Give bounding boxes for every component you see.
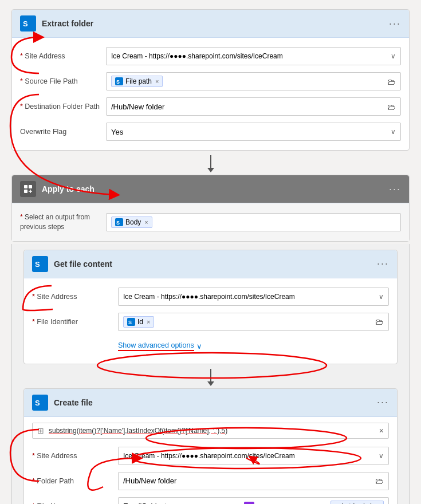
chevron-down-icon-1: ∨ [391, 52, 396, 60]
svg-text:S: S [116, 220, 120, 225]
site-address-label-3: * Site Address [32, 452, 118, 460]
overwrite-flag-text: Yes [111, 128, 123, 136]
select-output-label: * Select an output from previous steps [20, 212, 106, 232]
folder-path-value: /Hub/New folder 🗁 [118, 472, 389, 490]
body-token: S Body × [111, 216, 152, 228]
get-file-sp-icon: S [32, 256, 48, 272]
create-file-card: S Create file ··· ⊞ substring(item()?['N… [23, 388, 398, 504]
site-address-row-2: * Site Address Ice Cream - https://●●●●.… [32, 284, 389, 309]
sharepoint-icon: S [20, 15, 36, 32]
apply-to-each-menu[interactable]: ··· [389, 183, 401, 195]
file-name-field[interactable]: EmailSubject fx substring(...) × [118, 497, 389, 504]
file-browse-icon-3[interactable]: 🗁 [375, 317, 384, 326]
site-address-value-1: Ice Cream - https://●●●●.sharepoint.com/… [106, 47, 401, 65]
get-file-content-header: S Get file content ··· [24, 250, 397, 278]
site-address-dropdown-2[interactable]: Ice Cream - https://●●●●.sharepoint.com/… [118, 288, 389, 306]
svg-text:S: S [128, 320, 132, 325]
select-output-row: * Select an output from previous steps S… [20, 209, 401, 235]
substring-token-label: substring(...) [335, 502, 373, 504]
arrow-shaft-2 [210, 369, 211, 381]
extract-folder-menu[interactable]: ··· [389, 18, 401, 30]
create-file-title: Create file [54, 398, 371, 407]
svg-rect-5 [24, 185, 27, 188]
file-path-token-close[interactable]: × [155, 78, 159, 85]
file-path-token-label: File path [125, 77, 152, 85]
get-file-content-menu[interactable]: ··· [377, 258, 389, 270]
connector-1 [11, 153, 410, 175]
apply-icon [20, 181, 36, 197]
token-sp-icon-2: S [115, 218, 123, 226]
apply-to-each-title: Apply to each [42, 184, 383, 194]
site-address-value-2: Ice Cream - https://●●●●.sharepoint.com/… [118, 288, 389, 306]
file-name-label: * File Name [32, 502, 118, 504]
token-sp-icon-1: S [115, 77, 123, 85]
formula-bar[interactable]: ⊞ substring(item()?['Name'],lastIndexOf(… [32, 423, 389, 439]
select-output-field[interactable]: S Body × [106, 213, 401, 231]
svg-rect-6 [29, 185, 32, 188]
overwrite-flag-dropdown[interactable]: Yes ∨ [106, 123, 401, 141]
chevron-down-icon-4: ∨ [379, 452, 384, 460]
site-address-row-1: * Site Address Ice Cream - https://●●●●.… [20, 44, 401, 69]
folder-path-field[interactable]: /Hub/New folder 🗁 [118, 472, 389, 490]
dest-folder-path-label: * Destination Folder Path [20, 103, 106, 111]
apply-to-each-body: * Select an output from previous steps S… [12, 203, 409, 241]
site-address-dropdown-1[interactable]: Ice Cream - https://●●●●.sharepoint.com/… [106, 47, 401, 65]
site-address-value-3: Ice Cream - https://●●●●.sharepoint.com/… [118, 447, 389, 465]
get-file-content-title: Get file content [54, 259, 371, 269]
svg-rect-7 [24, 190, 27, 193]
file-identifier-label: * File Identifier [32, 318, 118, 326]
apply-to-each-card: Apply to each ··· * Select an output fro… [11, 175, 410, 242]
overwrite-flag-row: Overwrite Flag Yes ∨ [20, 119, 401, 144]
dest-folder-path-field[interactable]: /Hub/New folder 🗁 [106, 97, 401, 116]
apply-to-each-header: Apply to each ··· [12, 175, 409, 203]
site-address-text-3: Ice Cream - https://●●●●.sharepoint.com/… [123, 452, 295, 460]
site-address-text-1: Ice Cream - https://●●●●.sharepoint.com/… [111, 52, 283, 60]
site-address-row-3: * Site Address Ice Cream - https://●●●●.… [32, 443, 389, 468]
svg-text:S: S [116, 79, 120, 84]
site-address-dropdown-3[interactable]: Ice Cream - https://●●●●.sharepoint.com/… [118, 447, 389, 465]
svg-text:S: S [35, 260, 40, 269]
apply-inner-content: S Get file content ··· * Site Address Ic… [11, 244, 410, 504]
file-identifier-row: * File Identifier S Id × 🗁 [32, 309, 389, 334]
advanced-options-row: Show advanced options ∨ [32, 334, 389, 358]
file-browse-icon-2[interactable]: 🗁 [387, 102, 396, 112]
get-file-content-card: S Get file content ··· * Site Address Ic… [23, 250, 398, 364]
source-file-path-value: S File path × 🗁 [106, 72, 401, 90]
file-name-prefix: EmailSubject [123, 502, 167, 504]
folder-path-text: /Hub/New folder [123, 477, 176, 485]
connector-2 [23, 367, 398, 388]
site-address-label-1: * Site Address [20, 52, 106, 60]
svg-text:S: S [35, 399, 40, 407]
source-file-path-label: * Source File Path [20, 77, 106, 85]
id-token-close[interactable]: × [147, 318, 150, 325]
site-address-label-2: * Site Address [32, 293, 118, 301]
file-name-row: * File Name EmailSubject fx substring(..… [32, 494, 389, 504]
show-advanced-options-link[interactable]: Show advanced options ∨ [118, 338, 202, 355]
arrow-head-1 [207, 168, 214, 172]
file-identifier-field[interactable]: S Id × 🗁 [118, 313, 389, 331]
folder-path-row: * Folder Path /Hub/New folder 🗁 [32, 468, 389, 494]
create-file-menu[interactable]: ··· [377, 396, 389, 408]
id-token-label: Id [137, 318, 143, 326]
arrow-head-2 [207, 381, 214, 386]
id-token: S Id × [123, 316, 154, 328]
file-identifier-value: S Id × 🗁 [118, 313, 389, 331]
file-browse-icon-1[interactable]: 🗁 [387, 77, 396, 86]
get-file-content-body: * Site Address Ice Cream - https://●●●●.… [24, 278, 397, 364]
file-browse-icon-4[interactable]: 🗁 [375, 476, 384, 486]
overwrite-flag-label: Overwrite Flag [20, 128, 106, 136]
dest-folder-path-row: * Destination Folder Path /Hub/New folde… [20, 94, 401, 119]
formula-close-button[interactable]: × [379, 426, 384, 435]
source-file-path-row: * Source File Path S File path × 🗁 [20, 69, 401, 94]
arrow-shaft-1 [210, 155, 211, 168]
chevron-down-icon-3: ∨ [379, 293, 384, 301]
body-token-close[interactable]: × [144, 219, 148, 226]
dest-folder-path-value: /Hub/New folder 🗁 [106, 97, 401, 116]
source-file-path-field[interactable]: S File path × 🗁 [106, 72, 401, 90]
site-address-text-2: Ice Cream - https://●●●●.sharepoint.com/… [123, 293, 295, 301]
substring-token: substring(...) × [330, 501, 384, 504]
formula-icon: ⊞ [37, 426, 44, 435]
create-file-sp-icon: S [32, 395, 48, 411]
fx-badge: fx [244, 502, 255, 504]
file-path-token: S File path × [111, 76, 163, 87]
